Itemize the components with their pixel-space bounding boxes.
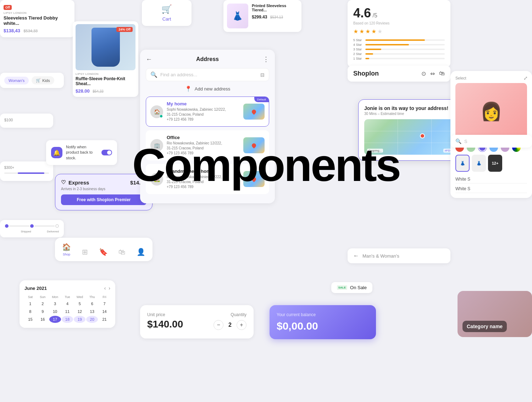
bar-4star-fill — [365, 44, 409, 45]
rating-score-row: 4.6 /5 — [353, 6, 445, 21]
bar-2star-fill — [365, 53, 373, 55]
address-city-home: 31-215 Cracow, Poland — [167, 112, 240, 117]
track-steps-row — [5, 224, 59, 228]
add-address-label: Add new address — [195, 86, 230, 92]
category-filter: Woman's 🛒 Kids — [0, 73, 64, 88]
star-bars: 5 Star 4 Star 3 Star 2 Star 1 Star — [353, 38, 445, 60]
printed-name: Printed Sleeveless Tiered... — [252, 4, 298, 12]
day-fri: Fri — [99, 294, 110, 299]
filter-label: $100 — [4, 118, 49, 122]
cal-day-19[interactable]: 19 — [74, 316, 85, 323]
ruffle-price-new: $28.00 — [76, 88, 90, 94]
cal-day-21[interactable]: 21 — [99, 316, 110, 323]
search-right-bar[interactable]: 🔍 S — [450, 135, 532, 148]
ruffle-price-old: $54,33 — [93, 89, 104, 93]
cal-day-13[interactable]: 13 — [86, 308, 98, 315]
map-pin-home — [251, 109, 257, 115]
calendar-prev[interactable]: ‹ — [104, 285, 106, 291]
quantity-plus-btn[interactable]: + — [237, 320, 246, 330]
step-dot-3 — [55, 224, 59, 228]
chat-icon[interactable]: ⊙ — [421, 70, 426, 77]
bag-icon[interactable]: 🛍 — [439, 70, 445, 77]
premier-button[interactable]: Free with Shoplon Premier — [61, 194, 146, 205]
notify-text: Notify when product back to stock. — [66, 144, 98, 161]
thumb-more[interactable]: 12+ — [488, 155, 502, 172]
price-range-track[interactable] — [4, 172, 49, 174]
shop-icon: 🏠 — [62, 243, 71, 251]
address-panel-title: Address — [152, 56, 263, 62]
express-heart-icon: ♡ — [61, 179, 66, 186]
kids-filter-btn[interactable]: 🛒 Kids — [32, 76, 54, 84]
step-label-3: Delivered — [47, 230, 59, 233]
quantity-minus-btn[interactable]: − — [214, 320, 223, 330]
day-sun: Sun — [37, 294, 49, 299]
compare-icon[interactable]: ⇔ — [430, 70, 435, 77]
shop-label: Shop — [63, 253, 70, 256]
percent-badge: 24% Off — [116, 27, 133, 32]
express-text: Express — [68, 180, 89, 186]
cal-day-15[interactable]: 15 — [24, 316, 36, 323]
thumb-1[interactable]: 👗 — [455, 155, 470, 172]
cal-day-18[interactable]: 18 — [62, 316, 73, 323]
cal-day-5[interactable]: 5 — [74, 300, 85, 307]
thumbnail-row: 👗 👗 12+ — [455, 155, 527, 172]
address-panel-header: ← Address ⋮ — [146, 55, 269, 63]
kids-cart-icon: 🛒 — [36, 78, 41, 83]
cal-day-16[interactable]: 16 — [37, 316, 49, 323]
womans-filter-btn[interactable]: Woman's — [4, 77, 29, 84]
cal-day-2[interactable]: 2 — [37, 300, 49, 307]
cal-day-20[interactable]: 20 — [86, 316, 98, 323]
breadcrumb-back-icon[interactable]: ← — [353, 253, 359, 259]
address-more-icon[interactable]: ⋮ — [263, 55, 269, 63]
brand-label: LIPSY LONDON — [4, 11, 71, 15]
category-overlay: Category name — [462, 321, 507, 332]
cal-day-6[interactable]: 6 — [86, 300, 98, 307]
address-name-home: My home — [167, 101, 240, 106]
cal-day-10[interactable]: 10 — [49, 308, 61, 315]
nav-cart[interactable]: 🛍 — [118, 248, 126, 256]
cal-day-14[interactable]: 14 — [99, 308, 110, 315]
shoplon-header: Shoplon ⊙ ⇔ 🛍 — [348, 66, 450, 82]
cal-day-4[interactable]: 4 — [62, 300, 73, 307]
quantity-label: Quantity — [214, 312, 246, 317]
expand-icon[interactable]: ⤢ — [523, 75, 528, 81]
cal-day-12[interactable]: 12 — [74, 308, 85, 315]
filter-panel: $100 — [0, 114, 53, 128]
balance-title: Your current balance — [277, 312, 369, 317]
address-card-home[interactable]: Default 🏠 My home Sophi Nowakowska, Zabi… — [146, 97, 269, 127]
address-search-bar[interactable]: 🔍 Find an address... ⊟ — [146, 68, 269, 81]
calendar-header: June 2021 ‹ › — [24, 285, 110, 291]
map-grid-v2 — [431, 119, 432, 155]
on-sale-button[interactable]: SALE On Sale — [331, 282, 372, 293]
filter-icon: ⊟ — [260, 72, 265, 78]
express-label: ♡ Express — [61, 179, 89, 186]
cal-day-17[interactable]: 17 — [49, 316, 61, 323]
bar-3star: 3 Star — [353, 48, 445, 51]
balance-card: Your current balance $0,00.00 — [270, 305, 376, 339]
product-detail-panel: Select ⤢ 👩 👗 👗 12+ White S White S — [450, 71, 532, 198]
cart-label[interactable]: Cart — [148, 16, 186, 22]
rating-out-of: /5 — [373, 12, 377, 18]
cal-day-9[interactable]: 9 — [37, 308, 49, 315]
add-address-row[interactable]: 📍 Add new address — [146, 86, 269, 92]
cal-day-7[interactable]: 7 — [99, 300, 110, 307]
kids-label: Kids — [42, 78, 50, 83]
cal-day-8[interactable]: 8 — [24, 308, 36, 315]
cal-day-1[interactable]: 1 — [24, 300, 36, 307]
category-card[interactable]: Category name — [458, 291, 532, 337]
nav-profile[interactable]: 👤 — [137, 248, 145, 256]
thumb-2[interactable]: 👗 — [472, 155, 486, 172]
notify-toggle[interactable] — [101, 150, 112, 155]
cal-day-3[interactable]: 3 — [49, 300, 61, 307]
address-back-icon[interactable]: ← — [146, 56, 152, 63]
select-label: Select — [455, 76, 527, 80]
day-sat: Sat — [24, 294, 36, 299]
calendar-next[interactable]: › — [109, 285, 110, 291]
price-old: $534,33 — [23, 29, 38, 33]
bar-5star: 5 Star — [353, 38, 445, 42]
nav-shop[interactable]: 🏠 Shop — [62, 243, 71, 256]
nav-categories[interactable]: ⊞ — [82, 248, 88, 256]
nav-wishlist[interactable]: 🔖 — [99, 248, 108, 256]
sale-tag: SALE — [337, 285, 347, 290]
cal-day-11[interactable]: 11 — [62, 308, 73, 315]
